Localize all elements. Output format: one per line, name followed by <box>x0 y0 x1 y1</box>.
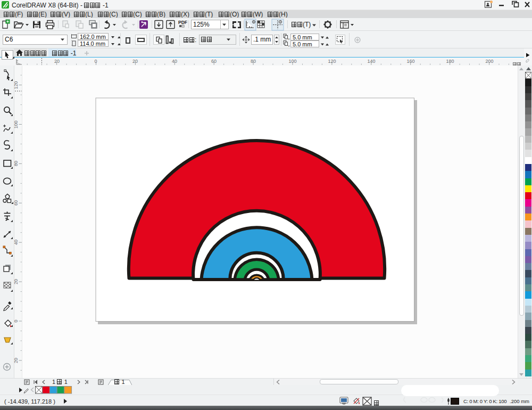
svg-text:140: 140 <box>367 59 375 64</box>
svg-text:0: 0 <box>94 59 97 64</box>
svg-text:y: y <box>288 44 290 47</box>
svg-text:x: x <box>288 37 290 40</box>
svg-text:120: 120 <box>328 59 336 64</box>
svg-text:40: 40 <box>172 59 177 64</box>
svg-text:20: 20 <box>132 59 138 64</box>
svg-text:PDF: PDF <box>178 20 187 25</box>
svg-text:80: 80 <box>251 59 256 64</box>
svg-text:100: 100 <box>288 59 296 64</box>
svg-text:180: 180 <box>446 59 454 64</box>
svg-text:60: 60 <box>211 59 217 64</box>
svg-text:200: 200 <box>485 59 493 64</box>
svg-text:160: 160 <box>406 59 414 64</box>
svg-text:20: 20 <box>54 59 60 64</box>
